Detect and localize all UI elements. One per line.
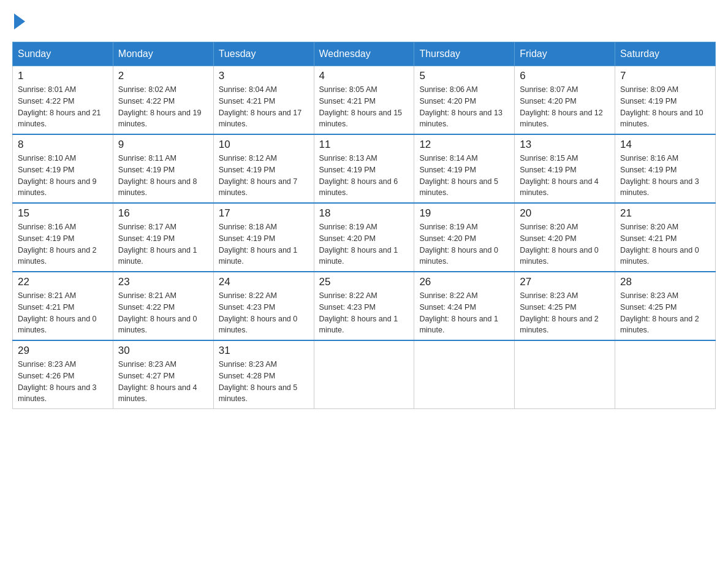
day-cell: 11Sunrise: 8:13 AMSunset: 4:19 PMDayligh…	[314, 134, 414, 203]
col-header-saturday: Saturday	[615, 42, 716, 66]
day-info: Sunrise: 8:21 AMSunset: 4:21 PMDaylight:…	[18, 290, 108, 336]
day-cell: 17Sunrise: 8:18 AMSunset: 4:19 PMDayligh…	[213, 203, 314, 272]
day-number: 3	[219, 70, 309, 82]
day-info: Sunrise: 8:23 AMSunset: 4:27 PMDaylight:…	[118, 359, 208, 405]
day-info: Sunrise: 8:04 AMSunset: 4:21 PMDaylight:…	[219, 84, 309, 130]
day-cell: 8Sunrise: 8:10 AMSunset: 4:19 PMDaylight…	[13, 134, 113, 203]
day-cell: 10Sunrise: 8:12 AMSunset: 4:19 PMDayligh…	[213, 134, 314, 203]
day-number: 19	[419, 207, 509, 220]
calendar-header-row: SundayMondayTuesdayWednesdayThursdayFrid…	[13, 42, 716, 66]
day-cell: 25Sunrise: 8:22 AMSunset: 4:23 PMDayligh…	[314, 272, 414, 340]
day-cell: 15Sunrise: 8:16 AMSunset: 4:19 PMDayligh…	[13, 203, 113, 272]
day-cell: 21Sunrise: 8:20 AMSunset: 4:21 PMDayligh…	[615, 203, 716, 272]
logo	[12, 12, 25, 29]
day-number: 20	[520, 207, 610, 220]
day-info: Sunrise: 8:18 AMSunset: 4:19 PMDaylight:…	[219, 221, 309, 267]
day-cell: 30Sunrise: 8:23 AMSunset: 4:27 PMDayligh…	[113, 340, 213, 409]
day-number: 15	[18, 207, 108, 220]
day-number: 10	[219, 139, 309, 151]
day-number: 29	[18, 345, 108, 357]
day-cell: 29Sunrise: 8:23 AMSunset: 4:26 PMDayligh…	[13, 340, 113, 409]
day-info: Sunrise: 8:05 AMSunset: 4:21 PMDaylight:…	[319, 84, 409, 130]
day-info: Sunrise: 8:02 AMSunset: 4:22 PMDaylight:…	[118, 84, 208, 130]
day-number: 2	[118, 70, 208, 82]
day-cell: 1Sunrise: 8:01 AMSunset: 4:22 PMDaylight…	[13, 66, 113, 135]
day-number: 18	[319, 207, 409, 220]
day-info: Sunrise: 8:19 AMSunset: 4:20 PMDaylight:…	[419, 221, 509, 267]
day-cell	[515, 340, 615, 409]
day-number: 7	[620, 70, 710, 82]
day-number: 11	[319, 139, 409, 151]
day-cell: 14Sunrise: 8:16 AMSunset: 4:19 PMDayligh…	[615, 134, 716, 203]
day-cell	[414, 340, 515, 409]
day-cell: 3Sunrise: 8:04 AMSunset: 4:21 PMDaylight…	[213, 66, 314, 135]
day-info: Sunrise: 8:23 AMSunset: 4:26 PMDaylight:…	[18, 359, 108, 405]
day-cell: 22Sunrise: 8:21 AMSunset: 4:21 PMDayligh…	[13, 272, 113, 340]
day-cell: 28Sunrise: 8:23 AMSunset: 4:25 PMDayligh…	[615, 272, 716, 340]
day-cell: 24Sunrise: 8:22 AMSunset: 4:23 PMDayligh…	[213, 272, 314, 340]
day-info: Sunrise: 8:11 AMSunset: 4:19 PMDaylight:…	[118, 153, 208, 199]
day-info: Sunrise: 8:20 AMSunset: 4:20 PMDaylight:…	[520, 221, 610, 267]
day-cell: 18Sunrise: 8:19 AMSunset: 4:20 PMDayligh…	[314, 203, 414, 272]
day-cell: 5Sunrise: 8:06 AMSunset: 4:20 PMDaylight…	[414, 66, 515, 135]
day-number: 16	[118, 207, 208, 220]
day-info: Sunrise: 8:19 AMSunset: 4:20 PMDaylight:…	[319, 221, 409, 267]
week-row-5: 29Sunrise: 8:23 AMSunset: 4:26 PMDayligh…	[13, 340, 716, 409]
day-info: Sunrise: 8:15 AMSunset: 4:19 PMDaylight:…	[520, 153, 610, 199]
col-header-monday: Monday	[113, 42, 213, 66]
day-cell: 26Sunrise: 8:22 AMSunset: 4:24 PMDayligh…	[414, 272, 515, 340]
page-header	[12, 12, 716, 29]
col-header-friday: Friday	[515, 42, 615, 66]
day-info: Sunrise: 8:07 AMSunset: 4:20 PMDaylight:…	[520, 84, 610, 130]
day-cell	[615, 340, 716, 409]
day-number: 9	[118, 139, 208, 151]
week-row-2: 8Sunrise: 8:10 AMSunset: 4:19 PMDaylight…	[13, 134, 716, 203]
col-header-thursday: Thursday	[414, 42, 515, 66]
day-number: 17	[219, 207, 309, 220]
day-cell: 20Sunrise: 8:20 AMSunset: 4:20 PMDayligh…	[515, 203, 615, 272]
day-cell	[314, 340, 414, 409]
day-info: Sunrise: 8:10 AMSunset: 4:19 PMDaylight:…	[18, 153, 108, 199]
day-info: Sunrise: 8:17 AMSunset: 4:19 PMDaylight:…	[118, 221, 208, 267]
day-info: Sunrise: 8:16 AMSunset: 4:19 PMDaylight:…	[620, 153, 710, 199]
day-info: Sunrise: 8:09 AMSunset: 4:19 PMDaylight:…	[620, 84, 710, 130]
week-row-3: 15Sunrise: 8:16 AMSunset: 4:19 PMDayligh…	[13, 203, 716, 272]
col-header-sunday: Sunday	[13, 42, 113, 66]
day-cell: 12Sunrise: 8:14 AMSunset: 4:19 PMDayligh…	[414, 134, 515, 203]
day-number: 22	[18, 276, 108, 288]
day-cell: 4Sunrise: 8:05 AMSunset: 4:21 PMDaylight…	[314, 66, 414, 135]
day-number: 25	[319, 276, 409, 288]
day-info: Sunrise: 8:23 AMSunset: 4:25 PMDaylight:…	[520, 290, 610, 336]
day-number: 1	[18, 70, 108, 82]
day-cell: 7Sunrise: 8:09 AMSunset: 4:19 PMDaylight…	[615, 66, 716, 135]
day-number: 30	[118, 345, 208, 357]
day-number: 12	[419, 139, 509, 151]
day-info: Sunrise: 8:21 AMSunset: 4:22 PMDaylight:…	[118, 290, 208, 336]
day-cell: 13Sunrise: 8:15 AMSunset: 4:19 PMDayligh…	[515, 134, 615, 203]
day-cell: 27Sunrise: 8:23 AMSunset: 4:25 PMDayligh…	[515, 272, 615, 340]
day-cell: 2Sunrise: 8:02 AMSunset: 4:22 PMDaylight…	[113, 66, 213, 135]
day-cell: 16Sunrise: 8:17 AMSunset: 4:19 PMDayligh…	[113, 203, 213, 272]
col-header-wednesday: Wednesday	[314, 42, 414, 66]
day-cell: 19Sunrise: 8:19 AMSunset: 4:20 PMDayligh…	[414, 203, 515, 272]
week-row-1: 1Sunrise: 8:01 AMSunset: 4:22 PMDaylight…	[13, 66, 716, 135]
day-cell: 23Sunrise: 8:21 AMSunset: 4:22 PMDayligh…	[113, 272, 213, 340]
day-info: Sunrise: 8:06 AMSunset: 4:20 PMDaylight:…	[419, 84, 509, 130]
day-cell: 6Sunrise: 8:07 AMSunset: 4:20 PMDaylight…	[515, 66, 615, 135]
day-info: Sunrise: 8:01 AMSunset: 4:22 PMDaylight:…	[18, 84, 108, 130]
day-info: Sunrise: 8:22 AMSunset: 4:24 PMDaylight:…	[419, 290, 509, 336]
day-number: 21	[620, 207, 710, 220]
day-number: 14	[620, 139, 710, 151]
day-number: 5	[419, 70, 509, 82]
day-info: Sunrise: 8:22 AMSunset: 4:23 PMDaylight:…	[219, 290, 309, 336]
day-info: Sunrise: 8:14 AMSunset: 4:19 PMDaylight:…	[419, 153, 509, 199]
day-cell: 9Sunrise: 8:11 AMSunset: 4:19 PMDaylight…	[113, 134, 213, 203]
day-number: 8	[18, 139, 108, 151]
day-number: 6	[520, 70, 610, 82]
day-info: Sunrise: 8:23 AMSunset: 4:28 PMDaylight:…	[219, 359, 309, 405]
day-info: Sunrise: 8:23 AMSunset: 4:25 PMDaylight:…	[620, 290, 710, 336]
week-row-4: 22Sunrise: 8:21 AMSunset: 4:21 PMDayligh…	[13, 272, 716, 340]
day-number: 31	[219, 345, 309, 357]
day-info: Sunrise: 8:20 AMSunset: 4:21 PMDaylight:…	[620, 221, 710, 267]
day-number: 13	[520, 139, 610, 151]
